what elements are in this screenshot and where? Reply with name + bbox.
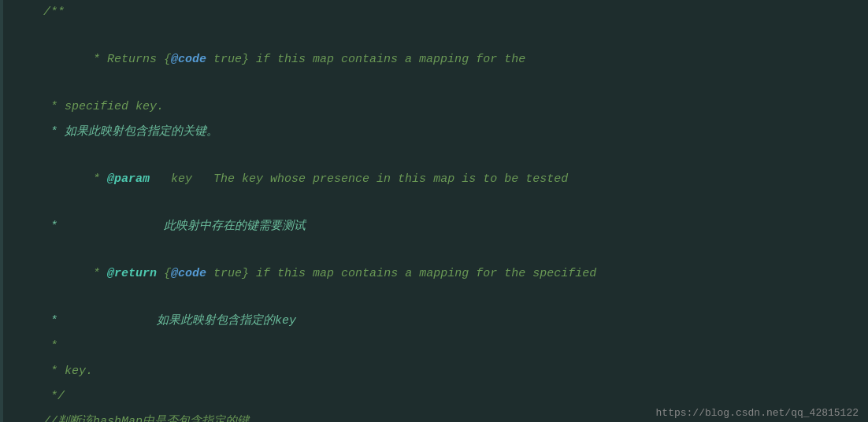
- code-line-8: * 如果此映射包含指定的key: [0, 309, 868, 334]
- line-content-9: *: [35, 335, 868, 357]
- footer-url: https://blog.csdn.net/qq_42815122: [647, 404, 868, 422]
- code-line-2: * Returns {@code true} if this map conta…: [0, 25, 868, 94]
- code-line-1: /**: [0, 0, 868, 25]
- code-container: /** * Returns {@code true} if this map c…: [0, 0, 868, 422]
- code-line-7: * @return {@code true} if this map conta…: [0, 239, 868, 309]
- line-content-8: * 如果此映射包含指定的key: [35, 310, 868, 332]
- code-line-10: * key.: [0, 359, 868, 384]
- line-content-1: /**: [35, 2, 868, 24]
- line-content-6: * 此映射中存在的键需要测试: [35, 216, 868, 238]
- code-line-5: * @param key The key whose presence in t…: [0, 145, 868, 214]
- code-line-3: * specified key.: [0, 94, 868, 120]
- code-line-9: *: [0, 334, 868, 359]
- line-content-5: * @param key The key whose presence in t…: [35, 146, 868, 213]
- line-content-3: * specified key.: [35, 96, 868, 118]
- line-content-2: * Returns {@code true} if this map conta…: [35, 27, 868, 93]
- line-content-4: * 如果此映射包含指定的关键。: [35, 121, 868, 143]
- line-content-10: * key.: [35, 361, 868, 383]
- line-content-7: * @return {@code true} if this map conta…: [35, 241, 868, 307]
- code-line-6: * 此映射中存在的键需要测试: [0, 214, 868, 239]
- code-line-4: * 如果此映射包含指定的关键。: [0, 120, 868, 145]
